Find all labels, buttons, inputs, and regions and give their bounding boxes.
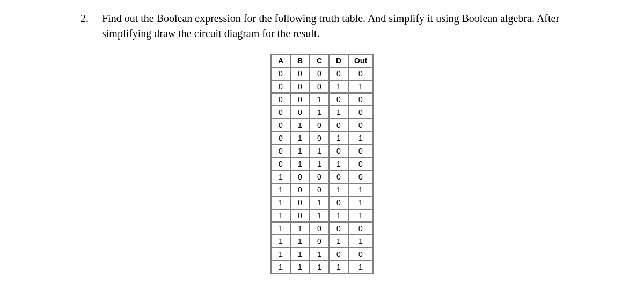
table-cell: 1 bbox=[310, 209, 329, 222]
table-cell: 0 bbox=[310, 67, 329, 80]
table-cell: 0 bbox=[348, 222, 373, 235]
table-cell: 1 bbox=[329, 261, 348, 274]
question-block: 2. Find out the Boolean expression for t… bbox=[80, 11, 612, 41]
table-cell: 1 bbox=[329, 235, 348, 248]
table-cell: 1 bbox=[329, 80, 348, 93]
truth-table: A B C D Out 0000000011001000011001000010… bbox=[270, 54, 374, 274]
question-text: Find out the Boolean expression for the … bbox=[102, 11, 585, 41]
table-row: 10000 bbox=[271, 170, 373, 183]
table-cell: 1 bbox=[310, 196, 329, 209]
table-cell: 0 bbox=[310, 80, 329, 93]
table-cell: 1 bbox=[290, 145, 310, 157]
table-cell: 1 bbox=[310, 248, 329, 261]
table-cell: 0 bbox=[329, 196, 348, 209]
table-cell: 0 bbox=[348, 106, 373, 119]
table-cell: 1 bbox=[271, 183, 290, 196]
table-cell: 0 bbox=[310, 170, 329, 183]
table-row: 11100 bbox=[271, 248, 373, 261]
table-row: 10111 bbox=[271, 209, 373, 222]
col-header-c: C bbox=[310, 54, 329, 67]
table-cell: 0 bbox=[290, 106, 310, 119]
table-cell: 0 bbox=[290, 93, 310, 106]
table-row: 01110 bbox=[271, 157, 373, 170]
table-cell: 0 bbox=[329, 248, 348, 261]
table-cell: 1 bbox=[310, 261, 329, 274]
col-header-a: A bbox=[271, 54, 290, 67]
table-cell: 0 bbox=[329, 145, 348, 157]
table-cell: 0 bbox=[348, 119, 373, 132]
table-cell: 0 bbox=[310, 132, 329, 145]
table-cell: 0 bbox=[329, 93, 348, 106]
table-cell: 1 bbox=[271, 248, 290, 261]
table-cell: 0 bbox=[271, 132, 290, 145]
table-cell: 0 bbox=[348, 67, 373, 80]
truth-table-head: A B C D Out bbox=[271, 54, 373, 67]
table-cell: 0 bbox=[290, 170, 310, 183]
table-cell: 0 bbox=[329, 119, 348, 132]
table-cell: 1 bbox=[310, 145, 329, 157]
truth-table-header-row: A B C D Out bbox=[271, 54, 373, 67]
table-cell: 0 bbox=[290, 196, 310, 209]
table-cell: 1 bbox=[290, 222, 310, 235]
col-header-d: D bbox=[329, 54, 348, 67]
table-cell: 1 bbox=[348, 132, 373, 145]
table-cell: 0 bbox=[310, 183, 329, 196]
table-cell: 0 bbox=[290, 67, 310, 80]
table-row: 11111 bbox=[271, 261, 373, 274]
table-cell: 0 bbox=[348, 248, 373, 261]
table-cell: 1 bbox=[329, 106, 348, 119]
col-header-out: Out bbox=[348, 54, 373, 67]
table-cell: 1 bbox=[329, 209, 348, 222]
question-number: 2. bbox=[80, 11, 93, 26]
table-cell: 1 bbox=[271, 235, 290, 248]
table-cell: 1 bbox=[348, 183, 373, 196]
table-row: 11011 bbox=[271, 235, 373, 248]
table-cell: 0 bbox=[271, 67, 290, 80]
table-cell: 0 bbox=[290, 183, 310, 196]
table-cell: 1 bbox=[271, 196, 290, 209]
table-cell: 0 bbox=[271, 80, 290, 93]
table-cell: 0 bbox=[271, 157, 290, 170]
table-cell: 1 bbox=[290, 261, 310, 274]
table-row: 00110 bbox=[271, 106, 373, 119]
truth-table-wrapper: A B C D Out 0000000011001000011001000010… bbox=[32, 54, 612, 274]
table-cell: 0 bbox=[329, 67, 348, 80]
table-cell: 0 bbox=[329, 222, 348, 235]
table-cell: 0 bbox=[348, 157, 373, 170]
table-cell: 0 bbox=[348, 170, 373, 183]
table-cell: 1 bbox=[271, 209, 290, 222]
table-cell: 1 bbox=[271, 261, 290, 274]
table-cell: 0 bbox=[290, 209, 310, 222]
table-cell: 0 bbox=[310, 222, 329, 235]
table-row: 10101 bbox=[271, 196, 373, 209]
table-cell: 1 bbox=[348, 196, 373, 209]
table-row: 11000 bbox=[271, 222, 373, 235]
truth-table-body: 0000000011001000011001000010110110001110… bbox=[271, 67, 373, 274]
table-cell: 1 bbox=[290, 132, 310, 145]
table-cell: 0 bbox=[310, 235, 329, 248]
table-cell: 1 bbox=[329, 183, 348, 196]
table-cell: 1 bbox=[348, 235, 373, 248]
table-cell: 1 bbox=[290, 248, 310, 261]
table-cell: 0 bbox=[290, 80, 310, 93]
table-cell: 0 bbox=[310, 119, 329, 132]
table-cell: 0 bbox=[348, 93, 373, 106]
table-cell: 1 bbox=[290, 235, 310, 248]
table-cell: 0 bbox=[271, 106, 290, 119]
table-row: 01011 bbox=[271, 132, 373, 145]
table-cell: 1 bbox=[290, 157, 310, 170]
table-row: 01100 bbox=[271, 145, 373, 157]
col-header-b: B bbox=[290, 54, 310, 67]
table-cell: 1 bbox=[329, 157, 348, 170]
table-row: 00011 bbox=[271, 80, 373, 93]
table-cell: 0 bbox=[271, 119, 290, 132]
table-cell: 1 bbox=[290, 119, 310, 132]
table-cell: 1 bbox=[348, 80, 373, 93]
table-cell: 1 bbox=[348, 209, 373, 222]
table-cell: 0 bbox=[348, 145, 373, 157]
table-cell: 1 bbox=[329, 132, 348, 145]
table-row: 00000 bbox=[271, 67, 373, 80]
table-row: 01000 bbox=[271, 119, 373, 132]
table-cell: 1 bbox=[271, 222, 290, 235]
table-row: 10011 bbox=[271, 183, 373, 196]
